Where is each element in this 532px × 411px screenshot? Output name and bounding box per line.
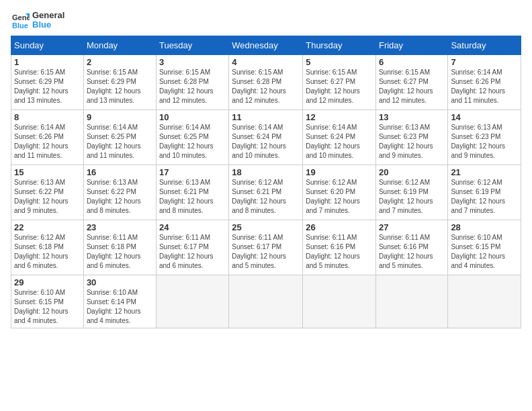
col-sunday: Sunday [11, 36, 84, 54]
day-info: Sunrise: 6:13 AM Sunset: 6:21 PM Dayligh… [159, 178, 226, 216]
day-info: Sunrise: 6:11 AM Sunset: 6:18 PM Dayligh… [87, 233, 153, 271]
day-info: Sunrise: 6:14 AM Sunset: 6:26 PM Dayligh… [451, 68, 518, 105]
logo-icon: General Blue [11, 11, 30, 30]
col-saturday: Saturday [448, 36, 521, 54]
day-number: 1 [14, 57, 81, 67]
col-friday: Friday [375, 36, 447, 54]
logo-wordmark: General Blue [32, 11, 64, 30]
day-number: 20 [379, 167, 445, 177]
cell-2-6: 21Sunrise: 6:12 AM Sunset: 6:19 PM Dayli… [448, 165, 521, 220]
cell-4-5 [375, 275, 447, 328]
day-number: 22 [14, 222, 81, 232]
col-monday: Monday [83, 36, 156, 54]
day-info: Sunrise: 6:15 AM Sunset: 6:28 PM Dayligh… [232, 68, 300, 105]
day-number: 14 [451, 112, 518, 122]
col-tuesday: Tuesday [156, 36, 228, 54]
day-number: 25 [232, 222, 300, 232]
col-thursday: Thursday [303, 36, 376, 54]
cell-3-3: 25Sunrise: 6:11 AM Sunset: 6:17 PM Dayli… [229, 220, 303, 275]
day-info: Sunrise: 6:15 AM Sunset: 6:27 PM Dayligh… [379, 68, 445, 105]
cell-4-4 [303, 275, 376, 328]
cell-4-0: 29Sunrise: 6:10 AM Sunset: 6:15 PM Dayli… [11, 275, 84, 328]
day-info: Sunrise: 6:13 AM Sunset: 6:23 PM Dayligh… [451, 123, 518, 161]
day-number: 18 [232, 167, 300, 177]
cell-0-5: 6Sunrise: 6:15 AM Sunset: 6:27 PM Daylig… [375, 54, 447, 109]
cell-3-1: 23Sunrise: 6:11 AM Sunset: 6:18 PM Dayli… [83, 220, 156, 275]
cell-1-6: 14Sunrise: 6:13 AM Sunset: 6:23 PM Dayli… [448, 109, 521, 165]
cell-4-1: 30Sunrise: 6:10 AM Sunset: 6:14 PM Dayli… [83, 275, 156, 328]
day-info: Sunrise: 6:12 AM Sunset: 6:21 PM Dayligh… [232, 178, 300, 216]
day-info: Sunrise: 6:10 AM Sunset: 6:15 PM Dayligh… [451, 233, 518, 271]
cell-3-6: 28Sunrise: 6:10 AM Sunset: 6:15 PM Dayli… [448, 220, 521, 275]
cell-4-3 [229, 275, 303, 328]
day-number: 30 [87, 277, 153, 287]
week-row-5: 29Sunrise: 6:10 AM Sunset: 6:15 PM Dayli… [11, 275, 521, 328]
day-info: Sunrise: 6:13 AM Sunset: 6:23 PM Dayligh… [379, 123, 445, 161]
page-container: General Blue General Blue Sunday Monday … [0, 0, 532, 334]
cell-3-0: 22Sunrise: 6:12 AM Sunset: 6:18 PM Dayli… [11, 220, 84, 275]
cell-2-0: 15Sunrise: 6:13 AM Sunset: 6:22 PM Dayli… [11, 165, 84, 220]
col-wednesday: Wednesday [229, 36, 303, 54]
day-number: 24 [159, 222, 226, 232]
day-info: Sunrise: 6:11 AM Sunset: 6:16 PM Dayligh… [379, 233, 445, 271]
cell-0-4: 5Sunrise: 6:15 AM Sunset: 6:27 PM Daylig… [303, 54, 376, 109]
week-row-1: 1Sunrise: 6:15 AM Sunset: 6:29 PM Daylig… [11, 54, 521, 109]
cell-1-4: 12Sunrise: 6:14 AM Sunset: 6:24 PM Dayli… [303, 109, 376, 165]
logo: General Blue General Blue [11, 11, 64, 30]
day-info: Sunrise: 6:15 AM Sunset: 6:29 PM Dayligh… [14, 68, 81, 105]
cell-3-4: 26Sunrise: 6:11 AM Sunset: 6:16 PM Dayli… [303, 220, 376, 275]
day-info: Sunrise: 6:14 AM Sunset: 6:25 PM Dayligh… [159, 123, 226, 161]
cell-3-5: 27Sunrise: 6:11 AM Sunset: 6:16 PM Dayli… [375, 220, 447, 275]
day-number: 15 [14, 167, 81, 177]
day-info: Sunrise: 6:13 AM Sunset: 6:22 PM Dayligh… [87, 178, 153, 216]
cell-1-2: 10Sunrise: 6:14 AM Sunset: 6:25 PM Dayli… [156, 109, 228, 165]
day-number: 23 [87, 222, 153, 232]
cell-2-5: 20Sunrise: 6:12 AM Sunset: 6:19 PM Dayli… [375, 165, 447, 220]
day-info: Sunrise: 6:10 AM Sunset: 6:15 PM Dayligh… [14, 288, 81, 326]
calendar-table: Sunday Monday Tuesday Wednesday Thursday… [11, 36, 521, 328]
week-row-2: 8Sunrise: 6:14 AM Sunset: 6:26 PM Daylig… [11, 109, 521, 165]
calendar-body: 1Sunrise: 6:15 AM Sunset: 6:29 PM Daylig… [11, 54, 521, 328]
cell-0-1: 2Sunrise: 6:15 AM Sunset: 6:29 PM Daylig… [83, 54, 156, 109]
day-info: Sunrise: 6:11 AM Sunset: 6:16 PM Dayligh… [306, 233, 373, 271]
day-number: 5 [306, 57, 373, 67]
day-info: Sunrise: 6:14 AM Sunset: 6:25 PM Dayligh… [87, 123, 153, 161]
cell-2-4: 19Sunrise: 6:12 AM Sunset: 6:20 PM Dayli… [303, 165, 376, 220]
cell-3-2: 24Sunrise: 6:11 AM Sunset: 6:17 PM Dayli… [156, 220, 228, 275]
day-number: 28 [451, 222, 518, 232]
cell-4-6 [448, 275, 521, 328]
day-number: 21 [451, 167, 518, 177]
day-number: 16 [87, 167, 153, 177]
week-row-4: 22Sunrise: 6:12 AM Sunset: 6:18 PM Dayli… [11, 220, 521, 275]
day-info: Sunrise: 6:15 AM Sunset: 6:27 PM Dayligh… [306, 68, 373, 105]
header-row: Sunday Monday Tuesday Wednesday Thursday… [11, 36, 521, 54]
day-info: Sunrise: 6:14 AM Sunset: 6:26 PM Dayligh… [14, 123, 81, 161]
cell-1-0: 8Sunrise: 6:14 AM Sunset: 6:26 PM Daylig… [11, 109, 84, 165]
day-number: 26 [306, 222, 373, 232]
day-info: Sunrise: 6:11 AM Sunset: 6:17 PM Dayligh… [159, 233, 226, 271]
day-info: Sunrise: 6:10 AM Sunset: 6:14 PM Dayligh… [87, 288, 153, 326]
day-info: Sunrise: 6:12 AM Sunset: 6:18 PM Dayligh… [14, 233, 81, 271]
day-info: Sunrise: 6:12 AM Sunset: 6:19 PM Dayligh… [451, 178, 518, 216]
cell-1-3: 11Sunrise: 6:14 AM Sunset: 6:24 PM Dayli… [229, 109, 303, 165]
cell-4-2 [156, 275, 228, 328]
svg-text:Blue: Blue [12, 21, 28, 30]
day-number: 9 [87, 112, 153, 122]
cell-0-2: 3Sunrise: 6:15 AM Sunset: 6:28 PM Daylig… [156, 54, 228, 109]
day-info: Sunrise: 6:11 AM Sunset: 6:17 PM Dayligh… [232, 233, 300, 271]
cell-1-5: 13Sunrise: 6:13 AM Sunset: 6:23 PM Dayli… [375, 109, 447, 165]
cell-2-3: 18Sunrise: 6:12 AM Sunset: 6:21 PM Dayli… [229, 165, 303, 220]
day-number: 6 [379, 57, 445, 67]
day-number: 13 [379, 112, 445, 122]
day-number: 29 [14, 277, 81, 287]
day-info: Sunrise: 6:15 AM Sunset: 6:28 PM Dayligh… [159, 68, 226, 105]
day-number: 2 [87, 57, 153, 67]
day-number: 7 [451, 57, 518, 67]
day-info: Sunrise: 6:14 AM Sunset: 6:24 PM Dayligh… [232, 123, 300, 161]
day-info: Sunrise: 6:15 AM Sunset: 6:29 PM Dayligh… [87, 68, 153, 105]
day-info: Sunrise: 6:12 AM Sunset: 6:20 PM Dayligh… [306, 178, 373, 216]
cell-0-3: 4Sunrise: 6:15 AM Sunset: 6:28 PM Daylig… [229, 54, 303, 109]
day-info: Sunrise: 6:13 AM Sunset: 6:22 PM Dayligh… [14, 178, 81, 216]
day-number: 12 [306, 112, 373, 122]
day-number: 4 [232, 57, 300, 67]
